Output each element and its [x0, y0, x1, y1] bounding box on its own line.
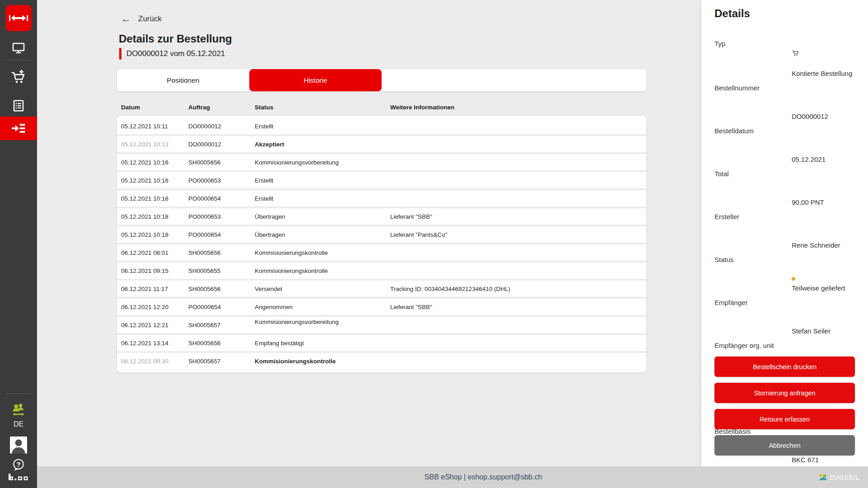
cell-status: Kommisionierungskontrolle — [255, 358, 390, 365]
cell-status: Angenommen — [255, 304, 390, 310]
field-value: Stefan Seiler — [792, 298, 861, 336]
field-label: Bestelldatum — [714, 126, 792, 164]
field-value: Rene Schneider — [792, 212, 861, 250]
field-label: Total — [714, 169, 792, 207]
sbb-logo-icon — [9, 14, 28, 22]
sidebar-item-order-forms[interactable] — [0, 95, 37, 117]
table-row: 05.12.2021 10:18 PO0000653 Übertragen Li… — [117, 206, 646, 225]
table-row: 05.12.2021 10:16 PO0000653 Erstellt — [117, 170, 646, 188]
order-subtitle: DO0000012 vom 05.12.2021 — [119, 48, 225, 60]
language-switch-icon — [11, 402, 26, 417]
bop-logo — [0, 474, 37, 481]
table-row: 06.12.2021 13:14 SH0005656 Empfang bestä… — [117, 333, 646, 351]
cell-status: Übertragen — [255, 213, 390, 220]
page-title: Details zur Bestellung — [119, 33, 232, 45]
cell-info: Lieferant "SBB" — [390, 213, 646, 220]
order-list-icon — [11, 99, 26, 113]
cell-info: Tracking ID: 00340434469212346410 (DHL) — [390, 286, 646, 292]
sidebar-divider — [6, 394, 31, 394]
action-button[interactable]: Bestellschein drucken — [714, 357, 855, 377]
cell-datum: 05.12.2021 10:18 — [121, 231, 188, 238]
field-label: Typ — [714, 39, 792, 78]
detail-field: Empfänger Stefan Seiler — [714, 298, 861, 336]
field-value: Teilweise geliefert — [792, 255, 861, 293]
avatar[interactable] — [10, 436, 27, 454]
person-icon — [10, 436, 27, 454]
table-row: 05.12.2021 10:18 PO0000654 Übertragen Li… — [117, 225, 646, 243]
field-value-text: 05.12.2021 — [792, 155, 826, 163]
sidebar-item-new-order[interactable] — [0, 66, 37, 88]
cell-auftrag: SH0005656 — [188, 249, 255, 256]
cart-icon — [792, 49, 799, 59]
language-switch[interactable] — [0, 399, 37, 419]
help-button[interactable]: ? — [0, 455, 37, 474]
table-row: 06.12.2021 12:20 PO0000654 Angenommen Li… — [117, 297, 646, 315]
field-value-text: BKC 671 — [792, 456, 819, 464]
monitor-icon — [11, 41, 26, 55]
cell-status: Erstellt — [255, 123, 390, 130]
cell-info: Lieferant "SBB" — [390, 304, 646, 310]
subtitle-text: DO0000012 vom 05.12.2021 — [126, 49, 225, 58]
back-button[interactable]: ← Zurück — [121, 14, 162, 24]
detail-field: Total 90,00 PNT — [714, 169, 861, 207]
sidebar-item-order-history[interactable] — [0, 117, 37, 140]
cell-datum: 05.12.2021 10:13 — [121, 141, 188, 148]
tabbar: Positionen Historie — [117, 69, 646, 91]
field-value: 05.12.2021 — [792, 126, 861, 164]
cell-datum: 06.12.2021 09:15 — [121, 267, 188, 274]
field-value: DO0000012 — [792, 83, 861, 121]
cell-datum: 06.12.2021 13:14 — [121, 340, 188, 347]
cell-status: Versendet — [255, 286, 390, 292]
table-row: 06.12.2021 09:15 SH0005655 Kommisionieru… — [117, 261, 646, 279]
cart-plus-icon — [10, 69, 27, 85]
language-label[interactable]: DE — [0, 420, 37, 428]
field-value-text: Kontierte Bestellung — [792, 70, 852, 77]
history-table-header: Datum Auftrag Status Weitere Information… — [117, 104, 646, 111]
field-value-text: Stefan Seiler — [792, 327, 831, 335]
sidebar: DE ? — [0, 0, 37, 488]
cell-auftrag: PO0000653 — [188, 177, 255, 184]
field-label: Bestellnummer — [714, 83, 792, 121]
table-row: 05.12.2021 10:11 DO0000012 Erstellt — [117, 118, 646, 134]
cell-info: Lieferant "Pants&Co" — [390, 231, 646, 238]
cell-auftrag: PO0000654 — [188, 231, 255, 238]
action-button[interactable]: Abbrechen — [714, 435, 855, 455]
field-value-text: Teilweise geliefert — [792, 284, 845, 292]
cell-auftrag: DO0000012 — [188, 123, 255, 130]
sidebar-divider — [6, 60, 31, 61]
cell-auftrag: PO0000653 — [188, 213, 255, 220]
app: DE ? — [0, 0, 868, 488]
cell-auftrag: PO0000654 — [188, 304, 255, 310]
sbb-logo[interactable] — [5, 5, 32, 31]
cell-datum: 05.12.2021 10:16 — [121, 159, 188, 166]
cell-auftrag: SH0005656 — [188, 286, 255, 292]
detail-field: Bestellnummer DO0000012 — [714, 83, 861, 121]
cell-status: Kommisionierungskontrolle — [255, 267, 390, 274]
field-label: Ersteller — [714, 212, 792, 250]
cell-status: Akzeptiert — [255, 141, 390, 148]
table-row: 05.12.2021 10:16 SH0005656 Kommisionieru… — [117, 152, 646, 170]
table-row: 06.12.2021 11:17 SH0005656 Versendet Tra… — [117, 279, 646, 297]
cell-auftrag: SH0005655 — [188, 267, 255, 274]
cell-auftrag: SH0005656 — [188, 159, 255, 166]
tab-positionen[interactable]: Positionen — [117, 69, 249, 91]
order-history-icon — [11, 121, 26, 136]
cell-status: Kommisionierungsvorbereitung — [255, 317, 390, 325]
field-value-text: DO0000012 — [792, 113, 828, 120]
tab-historie[interactable]: Historie — [249, 69, 382, 91]
footer: SBB eShop | eshop.support@sbb.ch ZUGSEIL — [37, 466, 868, 488]
cell-status: Übertragen — [255, 231, 390, 238]
col-header-auftrag: Auftrag — [188, 104, 255, 111]
field-value-text: 90,00 PNT — [792, 198, 824, 206]
field-label: Status — [714, 255, 792, 293]
sidebar-item-dashboard[interactable] — [0, 37, 37, 59]
cell-auftrag: PO0000654 — [188, 195, 255, 202]
back-arrow-icon: ← — [121, 14, 131, 24]
cell-auftrag: SH0005657 — [188, 358, 255, 365]
col-header-status: Status — [255, 104, 390, 111]
table-row: 05.12.2021 10:13 DO0000012 Akzeptiert — [117, 134, 646, 152]
action-button[interactable]: Stornierung anfragen — [714, 383, 855, 403]
action-button[interactable]: Retoure erfassen — [714, 409, 855, 429]
cell-auftrag: SH0005656 — [188, 340, 255, 347]
footer-support-text: SBB eShop | eshop.support@sbb.ch — [425, 473, 542, 481]
